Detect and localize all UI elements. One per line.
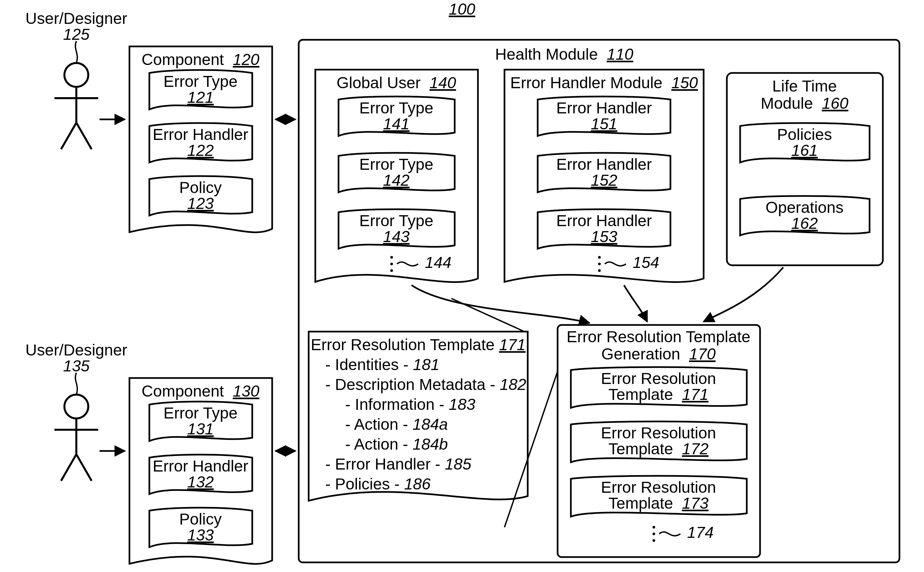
svg-text:Component  120: Component 120 (142, 51, 260, 68)
svg-text:Error Resolution Template: Error Resolution Template (567, 328, 750, 345)
ehm-item-0: Error Handler 151 (538, 96, 670, 136)
svg-text:125: 125 (63, 25, 90, 43)
error-handler-module-150: Error Handler Module 150 Error Handler 1… (505, 70, 704, 282)
svg-point-46 (598, 256, 601, 259)
svg-line-12 (61, 454, 76, 481)
ertg-170: Error Resolution Template Generation 170… (558, 325, 760, 557)
svg-text:161: 161 (791, 141, 818, 159)
svg-text:Template  172: Template 172 (608, 440, 709, 458)
svg-point-2 (64, 63, 88, 87)
svg-text:123: 123 (187, 195, 214, 212)
component-120-item-2: Policy 123 (150, 176, 252, 216)
svg-text:Module  160: Module 160 (761, 95, 849, 112)
svg-text:- Action - 184b: - Action - 184b (345, 435, 448, 453)
component-130: Component 130 Error Type 131 Error Handl… (129, 378, 272, 564)
arrow-lifetime-to-ertg (704, 267, 783, 322)
global-user-item-2: Error Type 143 (338, 209, 455, 249)
svg-text:Error Type: Error Type (359, 212, 433, 230)
svg-text:Error Resolution Template 171: Error Resolution Template 171 (311, 336, 525, 353)
svg-text:122: 122 (187, 141, 214, 159)
global-user-item-0: Error Type 141 (338, 96, 455, 136)
svg-text:131: 131 (187, 420, 214, 438)
svg-point-35 (390, 256, 393, 259)
svg-text:152: 152 (591, 171, 617, 189)
svg-text:User/Designer: User/Designer (26, 9, 128, 27)
svg-text:Policy: Policy (179, 510, 222, 528)
svg-text:Error Handler: Error Handler (153, 457, 248, 475)
diagram-root: 100 Health Module 110 User/Designer 125 … (0, 0, 924, 572)
svg-point-36 (390, 263, 393, 265)
ertg-item-0: Error Resolution Template 171 (571, 367, 747, 408)
svg-text:- Description Metadata - 182: - Description Metadata - 182 (325, 376, 527, 393)
component-120: Component 120 Error Type 121 Error Handl… (129, 47, 272, 232)
svg-point-48 (598, 269, 601, 272)
svg-text:Error Handler Module  150: Error Handler Module 150 (510, 74, 698, 92)
lifetime-item-1: Operations 162 (740, 196, 869, 235)
svg-text:- Policies - 186: - Policies - 186 (325, 475, 431, 493)
svg-text:- Information - 183: - Information - 183 (345, 396, 475, 413)
svg-text:Error Resolution: Error Resolution (601, 424, 716, 442)
svg-point-76 (653, 539, 655, 542)
component-120-item-0: Error Type 121 (150, 70, 252, 109)
svg-line-6 (76, 123, 92, 149)
svg-text:Policies: Policies (777, 126, 832, 143)
svg-point-74 (653, 526, 655, 528)
component-130-item-2: Policy 133 (150, 508, 252, 547)
svg-text:User/Designer: User/Designer (26, 341, 128, 359)
global-user-140: Global User 140 Error Type 141 Error Typ… (315, 70, 478, 282)
svg-text:Operations: Operations (766, 199, 844, 216)
svg-text:133: 133 (187, 526, 214, 544)
svg-text:135: 135 (63, 357, 90, 375)
component-130-item-1: Error Handler 132 (150, 455, 252, 494)
svg-text:Error Handler: Error Handler (153, 126, 248, 143)
svg-text:Error Resolution: Error Resolution (601, 370, 716, 387)
svg-text:142: 142 (383, 171, 410, 189)
arrow-globaluser-to-ertg (411, 285, 589, 323)
svg-text:132: 132 (187, 473, 214, 491)
svg-text:162: 162 (791, 214, 818, 232)
svg-text:174: 174 (687, 524, 714, 541)
diagram-ref: 100 (449, 0, 475, 18)
ehm-item-1: Error Handler 152 (538, 153, 670, 192)
svg-text:Life Time: Life Time (772, 77, 837, 95)
ertg-item-2: Error Resolution Template 173 (571, 476, 747, 517)
svg-text:Error Type: Error Type (163, 404, 237, 422)
svg-text:Error Type: Error Type (359, 99, 433, 117)
svg-text:141: 141 (383, 115, 410, 133)
svg-point-75 (653, 533, 655, 535)
svg-text:Policy: Policy (179, 179, 222, 196)
svg-text:Template  171: Template 171 (608, 385, 709, 403)
svg-text:143: 143 (383, 228, 410, 246)
svg-point-47 (598, 263, 601, 265)
lifetime-item-0: Policies 161 (740, 123, 869, 162)
svg-text:153: 153 (591, 228, 617, 246)
svg-text:Error Handler: Error Handler (556, 212, 652, 230)
svg-text:154: 154 (633, 254, 659, 271)
svg-text:Error Handler: Error Handler (556, 99, 652, 117)
svg-line-13 (76, 454, 92, 481)
component-130-item-0: Error Type 131 (150, 401, 252, 441)
svg-text:151: 151 (591, 115, 617, 133)
svg-line-5 (61, 123, 76, 149)
svg-text:- Action - 184a: - Action - 184a (345, 415, 448, 433)
svg-text:Generation  170: Generation 170 (601, 345, 716, 363)
svg-text:- Error Handler - 185: - Error Handler - 185 (325, 455, 471, 473)
svg-text:Global User  140: Global User 140 (337, 74, 457, 92)
svg-text:144: 144 (425, 254, 451, 271)
ertg-item-1: Error Resolution Template 172 (571, 421, 747, 462)
svg-text:Template  173: Template 173 (608, 494, 709, 512)
svg-text:121: 121 (187, 89, 214, 106)
ehm-item-2: Error Handler 153 (538, 209, 670, 249)
svg-text:Error Type: Error Type (163, 73, 237, 90)
health-module-title: Health Module 110 (495, 45, 634, 63)
svg-text:- Identities - 181: - Identities - 181 (325, 356, 439, 373)
user-designer-1: User/Designer 125 (26, 9, 128, 149)
error-resolution-template-171: Error Resolution Template 171 - Identiti… (309, 332, 528, 501)
component-120-item-1: Error Handler 122 (150, 123, 252, 162)
svg-text:Error Type: Error Type (359, 155, 433, 173)
svg-point-37 (390, 269, 393, 272)
svg-text:Error Handler: Error Handler (556, 155, 652, 173)
svg-text:Error Resolution: Error Resolution (601, 479, 716, 496)
svg-text:Component  130: Component 130 (142, 382, 260, 400)
svg-point-9 (64, 395, 88, 418)
